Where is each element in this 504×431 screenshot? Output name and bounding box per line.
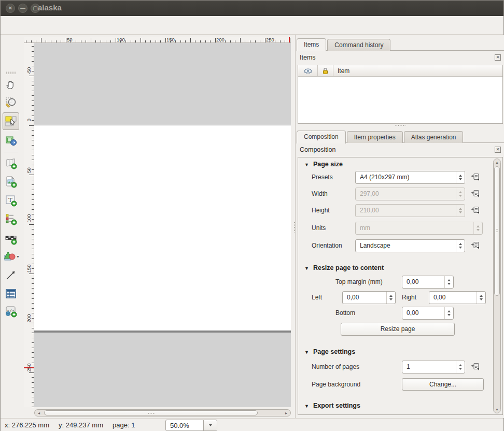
toolbar-grip[interactable]	[6, 71, 16, 74]
items-table[interactable]: Item	[298, 65, 503, 124]
resize-page-group-header[interactable]: ▼Resize page to content	[304, 264, 384, 271]
scrollbar-thumb[interactable]	[494, 166, 500, 296]
item-column-header: Item	[333, 67, 349, 75]
move-content-icon	[5, 134, 17, 147]
data-defined-override-button[interactable]	[469, 171, 482, 183]
data-defined-override-button[interactable]	[469, 361, 482, 373]
resize-page-button[interactable]: Resize page	[341, 323, 455, 336]
spin-arrows-icon[interactable]	[477, 292, 485, 304]
composition-page[interactable]	[34, 125, 291, 331]
page-settings-group-header[interactable]: ▼Page settings	[304, 348, 355, 355]
data-defined-override-button[interactable]	[469, 239, 482, 252]
minimize-window-icon[interactable]: —	[18, 4, 27, 13]
dock-splitter[interactable]	[395, 124, 406, 127]
panel-splitter[interactable]	[293, 221, 296, 233]
data-defined-override-button[interactable]	[469, 204, 482, 217]
close-window-icon[interactable]: ✕	[6, 4, 15, 13]
chevron-down-icon: ▾	[17, 254, 19, 259]
add-attribute-table-button[interactable]	[4, 286, 18, 301]
add-map-icon	[5, 157, 17, 169]
combo-arrows-icon[interactable]	[456, 171, 465, 183]
data-defined-override-button[interactable]	[469, 188, 482, 200]
zoom-tool-button[interactable]	[4, 95, 18, 110]
page-background-label: Page background	[312, 381, 360, 388]
spin-arrows-icon[interactable]	[456, 361, 465, 373]
add-arrow-button[interactable]	[4, 268, 18, 282]
add-legend-button[interactable]	[4, 212, 18, 226]
items-dock-tabs: Items Command history	[297, 36, 391, 51]
select-move-item-button[interactable]	[3, 112, 19, 130]
item-toolbar: T ▾ </>	[1, 35, 21, 418]
scroll-down-icon[interactable]: ▼	[495, 408, 499, 411]
left-margin-spinbox[interactable]: 0,00	[342, 291, 396, 304]
add-label-button[interactable]: T	[4, 193, 18, 208]
select-move-icon	[4, 114, 18, 128]
collapse-triangle-icon: ▼	[304, 350, 309, 355]
orientation-combo[interactable]: Landscape	[355, 239, 465, 252]
scroll-right-icon[interactable]: ▸	[285, 411, 287, 415]
ruler-label: 150	[26, 261, 32, 277]
add-image-button[interactable]	[4, 175, 18, 189]
top-margin-label: Top margin (mm)	[335, 278, 383, 285]
spin-arrows-icon[interactable]	[444, 276, 453, 288]
tab-item-properties[interactable]: Item properties	[347, 131, 403, 143]
composition-dock-title: Composition	[300, 146, 335, 153]
page-shadow	[34, 331, 291, 333]
qgis-composer-window: ✕ — ▢ alaska	[0, 0, 504, 431]
ruler-label: 50	[26, 163, 32, 178]
ruler-label: 250	[266, 37, 274, 42]
tab-items[interactable]: Items	[297, 38, 326, 51]
ruler-label: 200	[26, 311, 32, 326]
zoom-level-value: 50.0%	[170, 422, 189, 429]
combo-arrows-icon[interactable]	[456, 240, 465, 252]
add-map-button[interactable]	[4, 156, 18, 170]
ruler-label: -50	[26, 63, 32, 79]
data-defined-icon	[471, 206, 480, 215]
tab-atlas-generation[interactable]: Atlas generation	[404, 131, 464, 143]
main-toolbar: 1:1 ▾ ▾	[1, 16, 503, 35]
scroll-up-icon[interactable]: ▲	[495, 161, 499, 164]
composition-scrollbar[interactable]: ▲ ▼	[493, 159, 501, 413]
presets-label: Presets	[312, 174, 333, 181]
add-image-icon	[5, 176, 17, 188]
close-icon[interactable]: ✕	[495, 147, 501, 153]
zoom-level-combo[interactable]: 50.0%	[165, 420, 217, 431]
scroll-left-icon[interactable]: ◂	[38, 411, 40, 415]
tab-composition[interactable]: Composition	[297, 131, 346, 143]
add-shape-dropdown[interactable]: ▾	[3, 249, 20, 264]
zoom-dropdown-button[interactable]	[203, 420, 217, 430]
orientation-label: Orientation	[312, 242, 342, 249]
export-settings-group-header[interactable]: ▼Export settings	[304, 402, 360, 409]
right-margin-spinbox[interactable]: 0,00	[429, 291, 486, 304]
page-background-change-button[interactable]: Change...	[402, 378, 484, 391]
page-size-group-header[interactable]: ▼Page size	[304, 161, 343, 168]
add-scalebar-button[interactable]	[4, 232, 18, 246]
scrollbar-thumb[interactable]	[44, 410, 258, 415]
close-icon[interactable]: ✕	[495, 54, 501, 61]
presets-combo[interactable]: A4 (210x297 mm)	[355, 171, 465, 184]
top-margin-spinbox[interactable]: 0,00	[402, 276, 454, 289]
add-html-button[interactable]: </>	[4, 304, 18, 319]
title-bar: ✕ — ▢ alaska	[1, 1, 503, 16]
horizontal-scrollbar[interactable]: ◂ ▸	[34, 409, 291, 416]
eye-icon	[304, 68, 312, 74]
collapse-triangle-icon: ▼	[304, 162, 309, 167]
number-of-pages-spinbox[interactable]: 1	[402, 361, 465, 373]
pan-hand-icon	[5, 78, 17, 91]
add-html-icon: </>	[5, 305, 17, 318]
bottom-margin-spinbox[interactable]: 0,00	[402, 307, 454, 320]
horizontal-ruler: 50 100 150 200 250	[24, 37, 291, 43]
spin-arrows-icon[interactable]	[386, 292, 395, 304]
bottom-margin-label: Bottom	[335, 309, 355, 317]
collapse-triangle-icon: ▼	[304, 266, 309, 271]
tab-command-history[interactable]: Command history	[327, 39, 390, 51]
pan-tool-button[interactable]	[4, 77, 18, 92]
ruler-label: 0	[26, 112, 32, 128]
spin-arrows-icon[interactable]	[444, 307, 453, 319]
number-of-pages-label: Number of pages	[312, 363, 359, 370]
add-scalebar-icon	[5, 233, 17, 245]
right-dock-panel: Items Command history Items ✕ Item Compo…	[295, 35, 504, 418]
move-item-content-button[interactable]	[4, 133, 18, 148]
composition-dock-tabs: Composition Item properties Atlas genera…	[297, 128, 464, 143]
composition-viewport[interactable]	[34, 43, 291, 407]
